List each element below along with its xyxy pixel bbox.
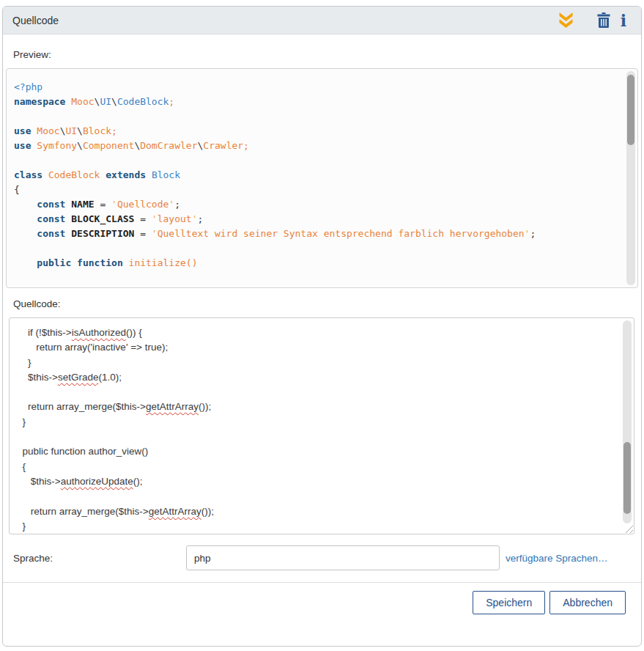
codeblock-panel: Quellcode i: [2, 6, 642, 647]
source-textarea-content: if (!$this->isAuthorized()) { return arr…: [10, 318, 634, 534]
preview-code-box: <?phpnamespace Mooc\UI\CodeBlock; use Mo…: [6, 68, 638, 288]
cancel-button[interactable]: Abbrechen: [549, 591, 626, 614]
panel-header: Quellcode i: [3, 7, 641, 34]
save-button[interactable]: Speichern: [473, 591, 545, 614]
source-textarea[interactable]: if (!$this->isAuthorized()) { return arr…: [9, 317, 634, 534]
trash-icon: [597, 12, 610, 28]
footer: Speichern Abbrechen: [3, 582, 641, 614]
available-languages-link[interactable]: verfügbare Sprachen…: [506, 553, 608, 564]
double-chevron-down-icon: [558, 12, 574, 29]
info-glyph: i: [621, 12, 626, 29]
source-label: Quellcode:: [3, 298, 641, 309]
info-icon[interactable]: i: [621, 12, 626, 29]
collapse-double-chevron-icon[interactable]: [558, 12, 574, 29]
preview-label: Preview:: [3, 49, 641, 60]
source-scrollbar-thumb[interactable]: [623, 442, 631, 514]
preview-scrollbar-thumb[interactable]: [627, 75, 634, 145]
header-actions: i: [558, 12, 626, 29]
panel-title: Quellcode: [12, 15, 558, 26]
preview-code: <?phpnamespace Mooc\UI\CodeBlock; use Mo…: [7, 69, 637, 271]
language-input[interactable]: [186, 545, 500, 570]
language-row: Sprache: verfügbare Sprachen…: [3, 543, 641, 573]
delete-trash-icon[interactable]: [597, 12, 610, 28]
language-label: Sprache:: [13, 553, 186, 564]
source-scrollbar[interactable]: [623, 320, 632, 523]
preview-scrollbar[interactable]: [626, 71, 635, 285]
